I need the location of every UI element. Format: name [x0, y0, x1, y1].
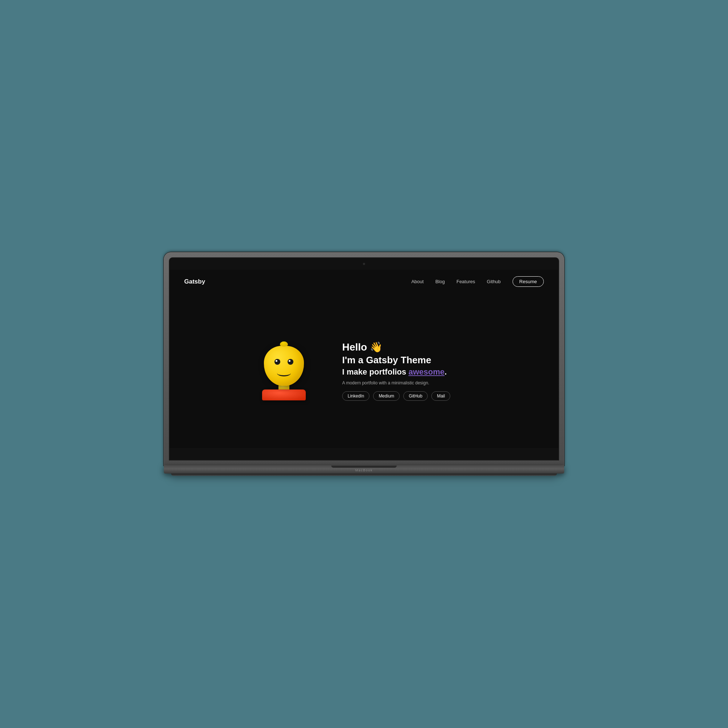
camera-dot: [363, 263, 365, 265]
screen-bottom-bar: [170, 448, 558, 460]
nav-link-features[interactable]: Features: [456, 279, 475, 284]
lego-body: [262, 390, 306, 401]
macbook-foot: [171, 474, 557, 476]
macbook-label: MacBook: [355, 468, 373, 472]
lego-eye-right: [288, 359, 294, 365]
hero-subtitle-suffix: .: [444, 367, 447, 376]
nav-link-about[interactable]: About: [411, 279, 424, 284]
github-button[interactable]: GitHub: [403, 391, 428, 401]
hero-subtitle-highlight: awesome: [408, 367, 444, 376]
hero-buttons: LinkedIn Medium GitHub Mail: [342, 391, 480, 401]
nav-link-github[interactable]: Github: [487, 279, 500, 284]
hero-text: Hello 👋 I'm a Gatsby Theme I make portfo…: [342, 341, 480, 401]
hero-hello: Hello 👋: [342, 341, 480, 353]
hero-subtitle: I make portfolios awesome.: [342, 367, 480, 377]
navbar: Gatsby About Blog Features Github Resume: [170, 270, 558, 294]
lego-stud: [280, 341, 288, 347]
hero-section: Hello 👋 I'm a Gatsby Theme I make portfo…: [170, 294, 558, 448]
website-content: Gatsby About Blog Features Github Resume: [170, 270, 558, 448]
lego-eye-left: [274, 359, 280, 365]
screen-top-bar: [170, 258, 558, 270]
lego-eyes: [274, 359, 294, 365]
macbook-base: MacBook: [164, 466, 564, 474]
mail-button[interactable]: Mail: [431, 391, 450, 401]
hero-title: I'm a Gatsby Theme: [342, 355, 480, 366]
nav-link-blog[interactable]: Blog: [435, 279, 445, 284]
macbook-lid: Gatsby About Blog Features Github Resume: [164, 252, 564, 466]
nav-logo[interactable]: Gatsby: [184, 278, 205, 285]
resume-button[interactable]: Resume: [512, 276, 544, 287]
lego-head: [264, 346, 304, 386]
lego-figure-container: [248, 327, 320, 414]
macbook-wrapper: Gatsby About Blog Features Github Resume: [164, 252, 564, 476]
lego-figure: [262, 341, 306, 401]
hero-subtitle-prefix: I make portfolios: [342, 367, 408, 376]
lego-smile: [277, 370, 291, 376]
hero-description: A modern portfolio with a minimalistic d…: [342, 380, 480, 385]
medium-button[interactable]: Medium: [373, 391, 400, 401]
nav-links: About Blog Features Github Resume: [411, 276, 544, 287]
linkedin-button[interactable]: LinkedIn: [342, 391, 369, 401]
screen-bezel: Gatsby About Blog Features Github Resume: [169, 257, 559, 460]
